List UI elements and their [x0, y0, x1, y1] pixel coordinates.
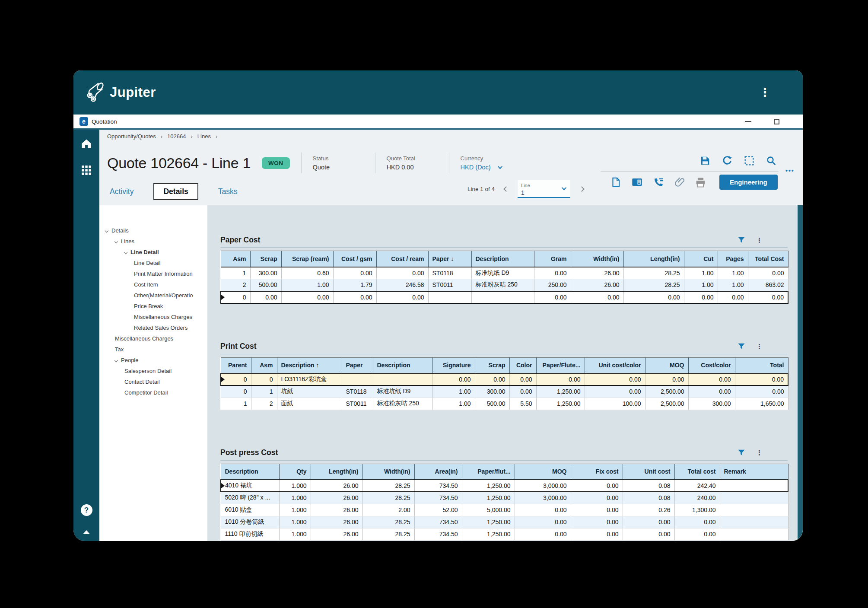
- line-dropdown[interactable]: Line 1: [518, 180, 570, 198]
- table-cell[interactable]: 52.00: [414, 504, 462, 516]
- tree-item[interactable]: Line Detail: [99, 258, 207, 268]
- table-cell[interactable]: 0.26: [623, 504, 674, 516]
- column-header[interactable]: Description ↑: [277, 357, 342, 373]
- table-row[interactable]: 01坑紙ST0118标准坑纸 D91.00300.000.001,250.000…: [221, 385, 788, 398]
- call-log-icon[interactable]: [652, 176, 664, 188]
- kebab-menu-icon[interactable]: ⋮: [759, 87, 771, 99]
- table-cell[interactable]: [428, 291, 471, 303]
- table-cell[interactable]: 0.00: [376, 267, 428, 279]
- table-cell[interactable]: 面紙: [277, 398, 342, 410]
- table-row[interactable]: 12面紙ST0011标准粉灰咭 2501.00500.005.501,250.0…: [221, 398, 788, 410]
- table-cell[interactable]: 2.00: [362, 504, 414, 516]
- table-cell[interactable]: 1.000: [279, 492, 311, 504]
- table-cell[interactable]: 1.00: [684, 267, 718, 279]
- table-cell[interactable]: 1.000: [279, 504, 311, 516]
- table-cell[interactable]: 0.00: [534, 291, 571, 303]
- table-cell[interactable]: 1,250.00: [536, 385, 585, 398]
- minimize-button[interactable]: [745, 121, 751, 122]
- table-cell[interactable]: 28.25: [362, 516, 414, 528]
- table-cell[interactable]: ST0011: [342, 398, 373, 410]
- table-row[interactable]: 1110 印前切紙1.00026.0028.25734.501,250.000.…: [221, 528, 788, 540]
- tree-item[interactable]: Cost Item: [99, 279, 207, 290]
- table-cell[interactable]: 28.25: [623, 267, 684, 279]
- table-cell[interactable]: ST0118: [428, 267, 471, 279]
- table-cell[interactable]: 0: [221, 373, 251, 385]
- column-header[interactable]: Paper/flut...: [462, 464, 515, 480]
- table-cell[interactable]: 标准粉灰咭 250: [373, 398, 432, 410]
- column-header[interactable]: Asm: [251, 357, 277, 373]
- column-header[interactable]: Scrap: [475, 357, 509, 373]
- column-header[interactable]: Length(in): [623, 251, 684, 267]
- table-cell[interactable]: 0.00: [735, 385, 788, 398]
- column-header[interactable]: Parent: [221, 357, 251, 373]
- save-icon[interactable]: [699, 155, 711, 166]
- column-header[interactable]: MOQ: [645, 357, 688, 373]
- table-cell[interactable]: LO31116Z彩坑盒: [277, 373, 342, 385]
- table-cell[interactable]: 1: [221, 398, 251, 410]
- tree-item[interactable]: Salesperson Detail: [99, 366, 207, 376]
- table-cell[interactable]: 0.00: [571, 504, 623, 516]
- card-view-icon[interactable]: [631, 176, 643, 188]
- table-cell[interactable]: 26.00: [311, 480, 362, 492]
- tree-item[interactable]: Related Sales Orders: [99, 322, 207, 333]
- table-cell[interactable]: 0.00: [333, 291, 376, 303]
- table-cell[interactable]: 4010 裱坑: [221, 480, 279, 492]
- table-cell[interactable]: 6010 貼盒: [221, 504, 279, 516]
- column-header[interactable]: Cost / ream: [376, 251, 428, 267]
- table-cell[interactable]: 734.50: [414, 528, 462, 540]
- column-header[interactable]: Total: [735, 357, 788, 373]
- tree-item[interactable]: Details: [99, 225, 207, 236]
- attachment-icon[interactable]: [674, 176, 685, 188]
- table-cell[interactable]: 0.00: [250, 291, 281, 303]
- table-cell[interactable]: 734.50: [414, 492, 462, 504]
- table-cell[interactable]: 0.00: [376, 291, 428, 303]
- tree-item[interactable]: Tax: [99, 344, 207, 355]
- table-cell[interactable]: 500.00: [475, 398, 509, 410]
- table-cell[interactable]: 1010 分卷筒紙: [221, 516, 279, 528]
- table-cell[interactable]: 0: [221, 385, 251, 398]
- column-header[interactable]: Length(in): [311, 464, 362, 480]
- table-cell[interactable]: 26.00: [571, 267, 623, 279]
- table-cell[interactable]: 0.00: [515, 504, 571, 516]
- table-cell[interactable]: 1.00: [432, 398, 475, 410]
- tab-activity[interactable]: Activity: [109, 184, 134, 199]
- table-cell[interactable]: 5.50: [509, 398, 536, 410]
- table-cell[interactable]: 5,000.00: [462, 504, 515, 516]
- table-cell[interactable]: 1: [251, 385, 277, 398]
- table-cell[interactable]: 26.00: [311, 504, 362, 516]
- table-cell[interactable]: 26.00: [311, 528, 362, 540]
- table-cell[interactable]: 1.00: [281, 279, 333, 291]
- section-menu-icon[interactable]: ⋮: [756, 449, 763, 456]
- table-cell[interactable]: 0.00: [571, 528, 623, 540]
- table-cell[interactable]: 300.00: [475, 385, 509, 398]
- table-cell[interactable]: 1.79: [333, 279, 376, 291]
- table-cell[interactable]: 0.60: [281, 267, 333, 279]
- table-cell[interactable]: 0.00: [623, 516, 674, 528]
- table-cell[interactable]: [720, 504, 788, 516]
- table-cell[interactable]: 1.000: [279, 516, 311, 528]
- column-header[interactable]: Fix cost: [571, 464, 623, 480]
- table-cell[interactable]: 标准坑纸 D9: [471, 267, 534, 279]
- table-cell[interactable]: 734.50: [414, 516, 462, 528]
- column-header[interactable]: Paper/Flute...: [536, 357, 585, 373]
- table-cell[interactable]: 0.00: [571, 516, 623, 528]
- overflow-menu-icon[interactable]: •••: [785, 167, 795, 174]
- previous-line-button[interactable]: [502, 183, 510, 194]
- collapse-up-icon[interactable]: [73, 530, 99, 534]
- table-cell[interactable]: 1,250.00: [462, 492, 515, 504]
- filter-icon[interactable]: [738, 449, 745, 456]
- column-header[interactable]: Cost/color: [688, 357, 735, 373]
- breadcrumb-item[interactable]: Opportunity/Quotes: [107, 133, 156, 140]
- table-cell[interactable]: 0.00: [534, 267, 571, 279]
- marquee-select-icon[interactable]: [743, 155, 755, 166]
- table-row[interactable]: 5020 啤 (28" x ...1.00026.0028.25734.501,…: [221, 492, 788, 504]
- column-header[interactable]: Signature: [432, 357, 475, 373]
- tree-item[interactable]: Miscellaneous Charges: [99, 312, 207, 322]
- table-cell[interactable]: 1,300.00: [674, 504, 720, 516]
- table-cell[interactable]: 0.00: [718, 291, 748, 303]
- table-cell[interactable]: 1.00: [432, 385, 475, 398]
- table-cell[interactable]: 0.00: [571, 291, 623, 303]
- column-header[interactable]: Scrap (ream): [281, 251, 333, 267]
- table-cell[interactable]: 1110 印前切紙: [221, 528, 279, 540]
- table-cell[interactable]: [720, 528, 788, 540]
